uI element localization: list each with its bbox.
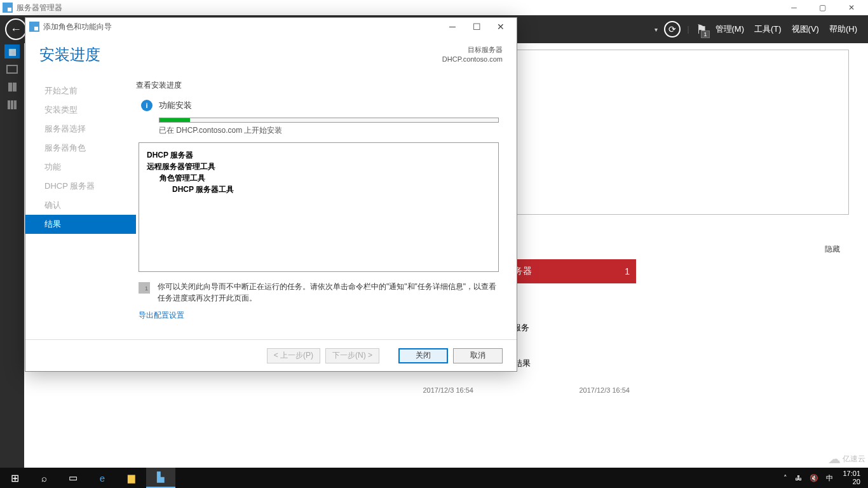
install-status: 功能安装 [159,100,192,111]
next-button: 下一步(N) > [325,348,379,363]
server-manager-task[interactable]: ▙ [146,468,175,488]
rail-all-icon[interactable] [4,80,20,94]
tip-icon [139,282,150,294]
wizard-titlebar: 添加角色和功能向导 ─ ☐ ✕ [25,18,517,36]
target-label: 目标服务器 [442,45,503,55]
step-features: 功能 [25,158,136,177]
step-confirm: 确认 [25,196,136,215]
main-titlebar: 服务器管理器 ─ ▢ ✕ [0,0,868,15]
step-type: 安装类型 [25,100,136,119]
watermark: ☁亿速云 [828,451,865,466]
wizard-title: 添加角色和功能向导 [43,22,112,32]
maximize-button[interactable]: ▢ [808,0,837,15]
tray-network-icon[interactable]: 🖧 [793,474,804,482]
prev-button: < 上一步(P) [267,348,320,363]
target-server: DHCP.contoso.com [442,55,503,64]
ie-icon[interactable]: e [88,468,117,488]
minimize-button[interactable]: ─ [780,0,808,15]
add-roles-wizard: 添加角色和功能向导 ─ ☐ ✕ 安装进度 目标服务器 DHCP.contoso.… [25,17,517,372]
result-line: 远程服务器管理工具 [147,161,491,172]
wizard-footer: < 上一步(P) 下一步(N) > 关闭 取消 [25,339,517,371]
wizard-icon [29,22,39,32]
back-button[interactable]: ← [5,18,27,40]
separator: | [687,25,689,34]
wizard-maximize-button[interactable]: ☐ [465,18,489,35]
explorer-icon[interactable]: ▆ [117,468,146,488]
clock[interactable]: 17:01 20 [839,470,864,486]
wizard-steps: 开始之前 安装类型 服务器选择 服务器角色 功能 DHCP 服务器 确认 结果 [25,74,136,339]
tile-timestamp: 2017/12/3 16:54 [334,384,480,396]
step-dhcp: DHCP 服务器 [25,177,136,196]
close-button[interactable]: 关闭 [398,348,448,363]
info-icon: i [141,100,153,111]
results-box: DHCP 服务器 远程服务器管理工具 角色管理工具 DHCP 服务器工具 [139,142,499,272]
rail-dashboard-icon[interactable]: ▦ [4,44,20,58]
cancel-button[interactable]: 取消 [453,348,503,363]
tray-up-icon[interactable]: ˄ [782,474,789,482]
server-manager-icon [3,3,13,13]
menu-manage[interactable]: 管理(M) [714,21,747,37]
refresh-icon[interactable]: ⟳ [664,21,681,37]
wizard-header: 安装进度 目标服务器 DHCP.contoso.com [25,36,517,74]
rail-local-icon[interactable] [4,62,20,76]
progress-fill [159,118,190,122]
tray-sound-icon[interactable]: 🔇 [808,474,820,482]
step-server-role: 服务器角色 [25,139,136,158]
step-server-select: 服务器选择 [25,119,136,139]
step-before: 开始之前 [25,81,136,100]
wizard-close-button[interactable]: ✕ [489,18,513,35]
left-rail: ▦ [0,43,24,488]
close-button[interactable]: ✕ [837,0,865,15]
dropdown-icon[interactable]: ▾ [654,26,658,33]
main-title: 服务器管理器 [17,3,62,13]
start-button[interactable]: ⊞ [0,468,29,488]
step-results[interactable]: 结果 [25,215,136,234]
menu-help[interactable]: 帮助(H) [827,21,859,37]
wizard-minimize-button[interactable]: ─ [440,18,465,35]
result-line: DHCP 服务器 [147,149,491,161]
progress-label: 查看安装进度 [136,80,499,91]
tray-ime[interactable]: 中 [824,473,835,483]
menu-view[interactable]: 视图(V) [790,21,821,37]
result-line: 角色管理工具 [147,172,491,184]
menu-tools[interactable]: 工具(T) [752,21,783,37]
result-line: DHCP 服务器工具 [147,184,491,195]
progress-bar [159,118,499,123]
export-config-link[interactable]: 导出配置设置 [139,310,499,321]
search-button[interactable]: ⌕ [29,468,58,488]
tile-timestamp: 2017/12/3 16:54 [490,384,636,396]
notifications-flag[interactable]: ⚑ 1 [696,22,707,37]
tip-text: 你可以关闭此向导而不中断正在运行的任务。请依次单击命令栏中的"通知"和"任务详细… [158,281,499,304]
wizard-heading: 安装进度 [39,44,100,65]
taskbar: ⊞ ⌕ ▭ e ▆ ▙ ˄ 🖧 🔇 中 17:01 20 [0,468,868,488]
rail-role-icon[interactable] [4,98,20,112]
progress-subtext: 已在 DHCP.contoso.com 上开始安装 [159,125,499,136]
task-view-button[interactable]: ▭ [58,468,88,488]
